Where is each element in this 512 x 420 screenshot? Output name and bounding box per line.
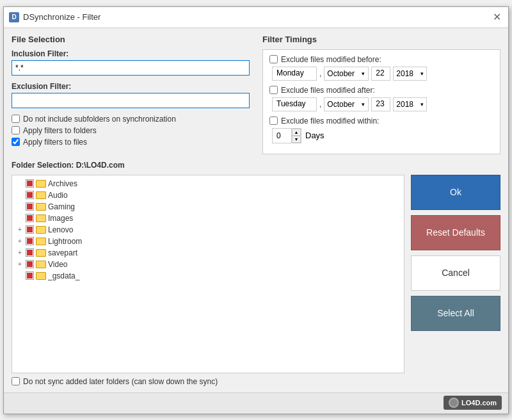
apply-filters-files-checkbox[interactable]: [12, 138, 20, 146]
item-checkbox[interactable]: [26, 214, 34, 222]
buttons-panel: Ok Reset Defaults Cancel Select All: [411, 175, 500, 331]
after-label: Exclude files modified after:: [281, 86, 375, 95]
folder-path-label: Folder Selection: D:\LO4D.com: [12, 161, 500, 170]
no-subfolders-row: Do not include subfolders on synchroniza…: [12, 115, 250, 124]
folder-icon: [36, 203, 46, 211]
folder-section: Folder Selection: D:\LO4D.com: [12, 161, 500, 170]
item-label: Images: [48, 214, 73, 223]
filter-timings-inner: Exclude files modified before: Monday , …: [262, 49, 500, 154]
filter-timings-panel: Filter Timings Exclude files modified be…: [262, 35, 500, 154]
select-all-button[interactable]: Select All: [411, 296, 500, 331]
item-checkbox[interactable]: [26, 179, 34, 188]
after-day-field[interactable]: Tuesday: [272, 97, 317, 111]
before-label: Exclude files modified before:: [281, 55, 381, 64]
days-down-button[interactable]: ▼: [292, 136, 301, 143]
expander: +: [16, 238, 24, 245]
after-month-dropdown[interactable]: October ▾: [324, 97, 369, 111]
after-checkbox-row: Exclude files modified after:: [269, 86, 493, 95]
folder-tree[interactable]: Archives Audio Gaming: [12, 175, 404, 373]
expander: [16, 272, 24, 279]
list-item[interactable]: + Lightroom: [15, 236, 401, 247]
bottom-checkbox-row: Do not sync added later folders (can slo…: [12, 377, 500, 386]
item-checkbox[interactable]: [26, 237, 34, 245]
expander: [16, 203, 24, 210]
before-date-field[interactable]: 22: [371, 67, 390, 81]
before-separator: ,: [319, 69, 321, 78]
titlebar-left: D DSynchronize - Filter: [9, 12, 100, 22]
after-year-dropdown[interactable]: 2018 ▾: [393, 97, 427, 111]
after-month-arrow: ▾: [362, 101, 365, 108]
before-year-dropdown[interactable]: 2018 ▾: [393, 67, 427, 81]
exclusion-filter-input[interactable]: [12, 93, 250, 108]
days-number-box: 0 ▲ ▼: [272, 128, 301, 143]
after-separator: ,: [319, 100, 321, 109]
app-icon: D: [9, 12, 19, 22]
folder-icon: [36, 238, 46, 245]
before-checkbox[interactable]: [269, 55, 278, 63]
list-item[interactable]: Gaming: [15, 201, 401, 213]
ok-button[interactable]: Ok: [411, 175, 500, 210]
before-timing-row: Exclude files modified before: Monday , …: [269, 55, 493, 81]
list-item[interactable]: Images: [15, 213, 401, 224]
item-label: Lenovo: [48, 225, 73, 234]
no-sync-added-label: Do not sync added later folders (can slo…: [23, 377, 218, 386]
titlebar: D DSynchronize - Filter ✕: [4, 7, 508, 28]
before-day-field[interactable]: Monday: [272, 67, 317, 81]
list-item[interactable]: Archives: [15, 178, 401, 190]
cancel-button[interactable]: Cancel: [411, 255, 500, 291]
list-item[interactable]: + savepart: [15, 247, 401, 259]
close-button[interactable]: ✕: [490, 11, 503, 24]
folder-icon: [36, 272, 46, 280]
apply-filters-folders-checkbox[interactable]: [12, 126, 20, 134]
expander: +: [16, 249, 24, 256]
expander: [16, 180, 24, 187]
list-item[interactable]: Audio: [15, 190, 401, 201]
reset-defaults-button[interactable]: Reset Defaults: [411, 215, 500, 250]
apply-filters-files-row: Apply filters to files: [12, 138, 250, 147]
after-checkbox[interactable]: [269, 86, 278, 94]
within-checkbox-row: Exclude files modified within:: [269, 117, 493, 125]
lo4d-text: LO4D.com: [461, 399, 497, 407]
days-up-button[interactable]: ▲: [292, 129, 301, 136]
inclusion-filter-input[interactable]: [12, 60, 250, 76]
folder-icon: [36, 261, 46, 268]
item-label: Video: [48, 260, 67, 269]
lo4d-icon: [449, 398, 459, 408]
list-item[interactable]: _gsdata_: [15, 270, 401, 282]
expander: [16, 214, 24, 222]
list-item[interactable]: + Lenovo: [15, 224, 401, 236]
titlebar-title: DSynchronize - Filter: [23, 12, 100, 22]
expander: [16, 191, 24, 198]
file-selection-label: File Selection: [12, 35, 250, 44]
no-subfolders-checkbox[interactable]: [12, 115, 20, 123]
item-label: Lightroom: [48, 237, 82, 246]
item-checkbox[interactable]: [26, 260, 34, 268]
folder-icon: [36, 191, 46, 199]
year-dropdown-arrow: ▾: [420, 70, 424, 77]
item-label: Archives: [48, 179, 77, 188]
after-timing-row: Exclude files modified after: Tuesday , …: [269, 86, 493, 111]
within-checkbox[interactable]: [269, 117, 278, 125]
folder-icon: [36, 249, 46, 257]
item-checkbox[interactable]: [26, 248, 34, 257]
list-item[interactable]: + Video: [15, 259, 401, 270]
exclusion-filter-label: Exclusion Filter:: [12, 82, 250, 91]
item-checkbox[interactable]: [26, 191, 34, 199]
no-subfolders-label: Do not include subfolders on synchroniza…: [23, 115, 176, 124]
folder-icon: [36, 226, 46, 234]
no-sync-added-checkbox[interactable]: [12, 377, 20, 385]
before-month-dropdown[interactable]: October ▾: [324, 67, 369, 81]
item-checkbox[interactable]: [26, 202, 34, 211]
days-row: 0 ▲ ▼ Days: [272, 128, 493, 143]
before-checkbox-row: Exclude files modified before:: [269, 55, 493, 64]
inclusion-filter-label: Inclusion Filter:: [12, 49, 250, 58]
item-checkbox[interactable]: [26, 225, 34, 234]
after-date-field[interactable]: 23: [371, 97, 390, 111]
main-content: File Selection Inclusion Filter: Exclusi…: [4, 28, 508, 392]
before-date-row: Monday , October ▾ 22 2018: [272, 67, 493, 81]
item-checkbox[interactable]: [26, 271, 34, 280]
days-value[interactable]: 0: [273, 129, 292, 143]
apply-filters-files-label: Apply filters to files: [23, 138, 87, 147]
apply-filters-folders-label: Apply filters to folders: [23, 126, 97, 135]
expander: +: [16, 226, 24, 233]
